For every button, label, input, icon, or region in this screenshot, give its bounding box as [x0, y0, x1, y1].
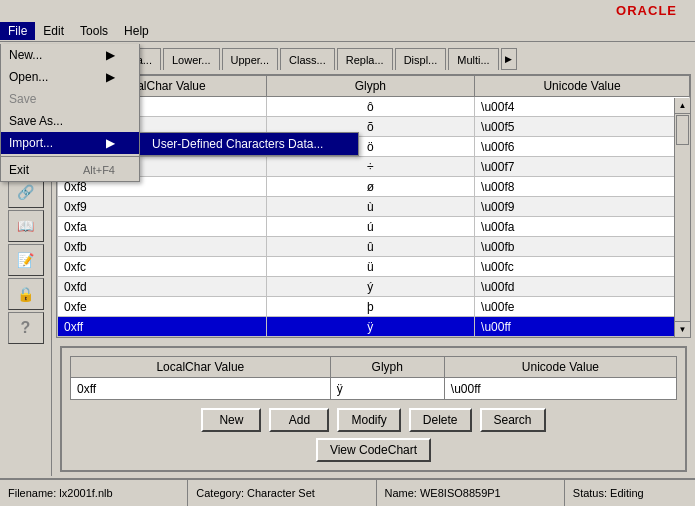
- menu-save: Save: [1, 88, 139, 110]
- toolbar-btn-5[interactable]: 📖: [8, 210, 44, 242]
- cell-unicode: \u00fc: [475, 257, 690, 277]
- cell-glyph: ø: [266, 177, 475, 197]
- table-row[interactable]: 0xf9 ù \u00f9: [58, 197, 690, 217]
- menu-new[interactable]: New... ▶: [1, 44, 139, 66]
- menu-divider: [1, 156, 139, 157]
- cell-local: 0xfe: [58, 297, 267, 317]
- cell-local: 0xff: [58, 317, 267, 337]
- file-menu-container: File New... ▶ Open... ▶ Save Save As... …: [0, 22, 35, 40]
- status-bar: Filename: lx2001f.nlb Category: Characte…: [0, 478, 695, 506]
- menu-bar: File New... ▶ Open... ▶ Save Save As... …: [0, 20, 695, 42]
- table-row[interactable]: 0xf8 ø \u00f8: [58, 177, 690, 197]
- menu-open[interactable]: Open... ▶: [1, 66, 139, 88]
- toolbar-btn-6[interactable]: 📝: [8, 244, 44, 276]
- tab-upper[interactable]: Upper...: [222, 48, 279, 70]
- search-button[interactable]: Search: [480, 408, 546, 432]
- cell-local: 0xfc: [58, 257, 267, 277]
- table-row[interactable]: 0xfa ú \u00fa: [58, 217, 690, 237]
- cell-glyph: þ: [266, 297, 475, 317]
- status-filename: Filename: lx2001f.nlb: [0, 480, 188, 506]
- submenu-arrow-import: ▶: [106, 136, 115, 150]
- table-row[interactable]: 0xfd ý \u00fd: [58, 277, 690, 297]
- cell-glyph: ÿ: [266, 317, 475, 337]
- toolbar-btn-8[interactable]: ?: [8, 312, 44, 344]
- menu-tools[interactable]: Tools: [72, 20, 116, 41]
- cell-unicode: \u00fa: [475, 217, 690, 237]
- cell-glyph: ü: [266, 257, 475, 277]
- table-row[interactable]: 0xfb û \u00fb: [58, 237, 690, 257]
- cell-glyph: ý: [266, 277, 475, 297]
- menu-edit[interactable]: Edit: [35, 20, 72, 41]
- tab-repla[interactable]: Repla...: [337, 48, 393, 70]
- tab-class[interactable]: Class...: [280, 48, 335, 70]
- cell-local: 0xfd: [58, 277, 267, 297]
- cell-glyph: ú: [266, 217, 475, 237]
- menu-file[interactable]: File: [0, 22, 35, 40]
- scroll-track: [675, 114, 690, 321]
- import-submenu: User-Defined Characters Data...: [139, 132, 359, 156]
- scroll-up[interactable]: ▲: [675, 98, 690, 114]
- toolbar-btn-7[interactable]: 🔒: [8, 278, 44, 310]
- detail-row: 0xff ÿ \u00ff: [71, 378, 677, 400]
- cell-unicode: \u00f7: [475, 157, 690, 177]
- cell-local: 0xfa: [58, 217, 267, 237]
- cell-glyph: ù: [266, 197, 475, 217]
- action-buttons: New Add Modify Delete Search: [70, 408, 677, 432]
- detail-glyph-value[interactable]: ÿ: [330, 378, 444, 400]
- cell-unicode: \u00f8: [475, 177, 690, 197]
- cell-unicode: \u00f5: [475, 117, 690, 137]
- cell-glyph: ÷: [266, 157, 475, 177]
- cell-unicode: \u00f4: [475, 97, 690, 117]
- table-row[interactable]: 0xf7 ÷ \u00f7: [58, 157, 690, 177]
- tab-lower[interactable]: Lower...: [163, 48, 220, 70]
- add-button[interactable]: Add: [269, 408, 329, 432]
- status-category: Category: Character Set: [188, 480, 376, 506]
- menu-user-defined-chars[interactable]: User-Defined Characters Data...: [140, 133, 358, 155]
- oracle-logo: ORACLE: [616, 3, 687, 18]
- status-name: Name: WE8ISO8859P1: [377, 480, 565, 506]
- detail-panel: LocalChar Value Glyph Unicode Value 0xff…: [60, 346, 687, 472]
- cell-unicode: \u00ff: [475, 317, 690, 337]
- view-codechart-button[interactable]: View CodeChart: [316, 438, 431, 462]
- menu-help[interactable]: Help: [116, 20, 157, 41]
- cell-local: 0xf9: [58, 197, 267, 217]
- cell-glyph: ô: [266, 97, 475, 117]
- detail-local-value[interactable]: 0xff: [71, 378, 331, 400]
- cell-glyph: û: [266, 237, 475, 257]
- main-table: LocalChar Value Glyph Unicode Value 0xf4…: [57, 75, 690, 337]
- detail-table: LocalChar Value Glyph Unicode Value 0xff…: [70, 356, 677, 400]
- cell-unicode: \u00fe: [475, 297, 690, 317]
- cell-unicode: \u00fd: [475, 277, 690, 297]
- table-row[interactable]: 0xf4 ô \u00f4: [58, 97, 690, 117]
- cell-unicode: \u00fb: [475, 237, 690, 257]
- table-row[interactable]: 0xff ÿ \u00ff: [58, 317, 690, 337]
- submenu-arrow-open: ▶: [106, 70, 115, 84]
- scroll-down[interactable]: ▼: [675, 321, 690, 337]
- cell-local: 0xfb: [58, 237, 267, 257]
- table-row[interactable]: 0xfc ü \u00fc: [58, 257, 690, 277]
- menu-import[interactable]: Import... ▶ User-Defined Characters Data…: [1, 132, 139, 154]
- view-codechart-row: View CodeChart: [70, 438, 677, 462]
- detail-unicode-value[interactable]: \u00ff: [444, 378, 676, 400]
- scroll-thumb[interactable]: [676, 115, 689, 145]
- delete-button[interactable]: Delete: [409, 408, 472, 432]
- tab-multi[interactable]: Multi...: [448, 48, 498, 70]
- tab-displ[interactable]: Displ...: [395, 48, 447, 70]
- tab-scroll-right[interactable]: ▶: [501, 48, 517, 70]
- detail-col-local: LocalChar Value: [71, 357, 331, 378]
- table-row[interactable]: 0xfe þ \u00fe: [58, 297, 690, 317]
- scrollbar[interactable]: ▲ ▼: [674, 98, 690, 337]
- menu-exit[interactable]: Exit Alt+F4: [1, 159, 139, 181]
- menu-save-as[interactable]: Save As...: [1, 110, 139, 132]
- cell-unicode: \u00f9: [475, 197, 690, 217]
- col-header-unicode: Unicode Value: [475, 76, 690, 97]
- detail-col-unicode: Unicode Value: [444, 357, 676, 378]
- cell-unicode: \u00f6: [475, 137, 690, 157]
- file-dropdown: New... ▶ Open... ▶ Save Save As... Impor…: [0, 44, 140, 182]
- col-header-glyph: Glyph: [266, 76, 475, 97]
- status-editing: Status: Editing: [565, 480, 695, 506]
- new-button[interactable]: New: [201, 408, 261, 432]
- submenu-arrow: ▶: [106, 48, 115, 62]
- modify-button[interactable]: Modify: [337, 408, 400, 432]
- detail-col-glyph: Glyph: [330, 357, 444, 378]
